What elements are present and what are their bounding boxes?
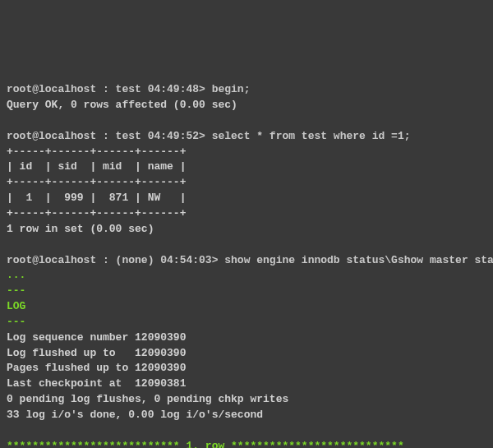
rows-count-1: 1 row in set (0.00 sec) bbox=[7, 223, 154, 235]
row-separator: *************************** 1. row *****… bbox=[7, 440, 404, 448]
table-row: | 1 | 999 | 871 | NW | bbox=[7, 192, 186, 204]
dots: ... bbox=[7, 269, 25, 281]
last-checkpoint: Last checkpoint at 12090381 bbox=[7, 377, 186, 390]
dash-2: --- bbox=[7, 316, 25, 328]
pages-flushed: Pages flushed up to 12090390 bbox=[7, 362, 186, 374]
table-border-bot: +-----+------+------+------+ bbox=[7, 207, 186, 219]
log-seq: Log sequence number 12090390 bbox=[7, 331, 186, 344]
log-section-header: LOG bbox=[7, 300, 25, 312]
prompt-3: root@localhost : (none) 04:54:03> bbox=[7, 254, 224, 266]
table-header: | id | sid | mid | name | bbox=[7, 160, 186, 173]
table-border-mid: +-----+------+------+------+ bbox=[7, 176, 186, 188]
cmd-select: select * from test where id =1; bbox=[212, 130, 411, 142]
cmd-begin: begin; bbox=[212, 83, 251, 95]
prompt-1: root@localhost : test 04:49:48> bbox=[7, 83, 212, 95]
log-io: 33 log i/o's done, 0.00 log i/o's/second bbox=[7, 409, 263, 421]
log-flushed: Log flushed up to 12090390 bbox=[7, 347, 186, 359]
cmd-show-status: show engine innodb status\Gshow master s… bbox=[224, 254, 493, 266]
prompt-2: root@localhost : test 04:49:52> bbox=[7, 130, 212, 142]
query-ok: Query OK, 0 rows affected (0.00 sec) bbox=[7, 99, 237, 111]
pending-flushes: 0 pending log flushes, 0 pending chkp wr… bbox=[7, 393, 288, 405]
table-border-top: +-----+------+------+------+ bbox=[7, 145, 186, 158]
dash-1: --- bbox=[7, 284, 25, 297]
terminal-output: root@localhost : test 04:49:48> begin; Q… bbox=[7, 67, 486, 448]
